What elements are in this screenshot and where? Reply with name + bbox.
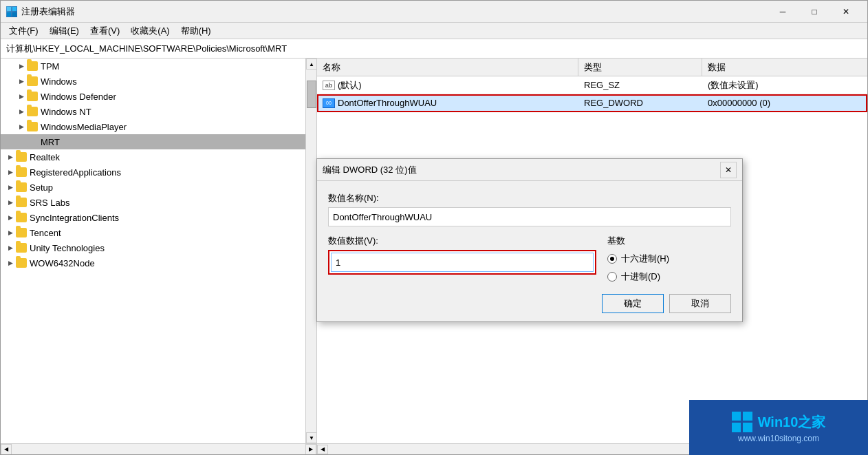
arrow-icon: ▶ bbox=[6, 153, 14, 161]
radio-decimal-label: 十进制(D) bbox=[621, 271, 660, 283]
arrow-icon: ▶ bbox=[6, 244, 14, 252]
dialog-title-bar: 编辑 DWORD (32 位)值 ✕ bbox=[317, 159, 742, 181]
reg-dword-icon: 00 bbox=[323, 98, 335, 108]
folder-icon bbox=[16, 228, 27, 237]
radio-hex[interactable]: 十六进制(H) bbox=[607, 253, 731, 265]
tree-item-sync[interactable]: ▶ SyncIntegrationClients bbox=[1, 210, 305, 225]
menu-edit[interactable]: 编辑(E) bbox=[44, 23, 85, 39]
folder-icon bbox=[27, 76, 38, 86]
tree-item-windows[interactable]: ▶ Windows bbox=[1, 74, 305, 89]
arrow-icon: ▶ bbox=[6, 183, 14, 191]
tree-label: Setup bbox=[30, 182, 53, 193]
cell-name: ab (默认) bbox=[317, 79, 578, 92]
arrow-icon: ▶ bbox=[6, 168, 14, 176]
cell-data: (数值未设置) bbox=[702, 79, 867, 92]
tree-label: Realtek bbox=[30, 152, 60, 162]
menu-view[interactable]: 查看(V) bbox=[85, 23, 125, 39]
folder-icon bbox=[16, 198, 27, 207]
hscroll-left-btn[interactable]: ◀ bbox=[317, 445, 328, 454]
cancel-button[interactable]: 取消 bbox=[669, 294, 731, 313]
arrow-icon: ▶ bbox=[17, 123, 25, 131]
dialog-title-text: 编辑 DWORD (32 位)值 bbox=[323, 164, 720, 176]
folder-icon bbox=[27, 61, 38, 71]
tree-label: Unity Technologies bbox=[30, 243, 105, 253]
watermark-url: www.win10sitong.com bbox=[738, 434, 819, 443]
cell-type: REG_SZ bbox=[578, 80, 702, 90]
cell-data: 0x00000000 (0) bbox=[702, 98, 867, 108]
table-row[interactable]: ab (默认) REG_SZ (数值未设置) bbox=[317, 76, 867, 94]
value-base-row: 数值数据(V): 基数 十六进制(H) bbox=[328, 235, 731, 283]
arrow-icon: ▶ bbox=[17, 92, 25, 100]
folder-icon bbox=[16, 258, 27, 268]
tree-item-tpm[interactable]: ▶ TPM bbox=[1, 59, 305, 74]
tree-label: WOW6432Node bbox=[30, 258, 95, 268]
tree-label: MRT bbox=[41, 137, 60, 147]
arrow-icon: ▶ bbox=[6, 229, 14, 237]
name-field-label: 数值名称(N): bbox=[328, 192, 731, 204]
svg-rect-1 bbox=[12, 7, 17, 11]
tree-item-regapps[interactable]: ▶ RegisteredApplications bbox=[1, 165, 305, 180]
scroll-thumb[interactable] bbox=[307, 81, 316, 108]
folder-icon bbox=[27, 107, 38, 116]
dialog-buttons: 确定 取消 bbox=[328, 294, 731, 313]
menu-file[interactable]: 文件(F) bbox=[3, 23, 44, 39]
address-bar: 计算机\HKEY_LOCAL_MACHINE\SOFTWARE\Policies… bbox=[1, 39, 867, 59]
window-controls: ─ □ ✕ bbox=[767, 1, 862, 23]
tree-hscroll[interactable]: ◀ ▶ bbox=[1, 443, 316, 454]
arrow-icon: ▶ bbox=[6, 213, 14, 222]
tree-item-srslabs[interactable]: ▶ SRS Labs bbox=[1, 195, 305, 210]
value-input-wrapper bbox=[328, 250, 596, 275]
tree-label: Windows NT bbox=[41, 107, 91, 117]
radio-hex-label: 十六进制(H) bbox=[621, 253, 669, 265]
minimize-button[interactable]: ─ bbox=[767, 1, 799, 23]
table-row-dword[interactable]: 00 DontOfferThroughWUAU REG_DWORD 0x0000… bbox=[317, 94, 867, 112]
tree-label: TPM bbox=[41, 61, 59, 72]
value-field-label: 数值数据(V): bbox=[328, 235, 596, 247]
header-name: 名称 bbox=[317, 59, 578, 76]
menu-bar: 文件(F) 编辑(E) 查看(V) 收藏夹(A) 帮助(H) bbox=[1, 23, 867, 39]
svg-rect-3 bbox=[12, 12, 17, 17]
folder-icon bbox=[27, 137, 38, 147]
tree-item-setup[interactable]: ▶ Setup bbox=[1, 180, 305, 195]
maximize-button[interactable]: □ bbox=[799, 1, 830, 23]
scroll-down-btn[interactable]: ▼ bbox=[306, 432, 316, 443]
tree-item-tencent[interactable]: ▶ Tencent bbox=[1, 225, 305, 240]
name-input[interactable] bbox=[328, 207, 731, 226]
tree-item-wmp[interactable]: ▶ WindowsMediaPlayer bbox=[1, 119, 305, 134]
edit-dialog: 编辑 DWORD (32 位)值 ✕ 数值名称(N): 数值数据(V): 基数 bbox=[316, 158, 743, 322]
dialog-close-button[interactable]: ✕ bbox=[720, 162, 737, 178]
tree-item-unity[interactable]: ▶ Unity Technologies bbox=[1, 240, 305, 255]
tree-scrollbar[interactable]: ▲ ▼ bbox=[305, 59, 316, 443]
svg-rect-2 bbox=[7, 12, 11, 17]
svg-rect-0 bbox=[7, 7, 11, 11]
tree-item-mrt[interactable]: ▶ MRT bbox=[1, 134, 305, 149]
title-bar: 注册表编辑器 ─ □ ✕ bbox=[1, 1, 867, 23]
value-section: 数值数据(V): bbox=[328, 235, 596, 283]
header-type: 类型 bbox=[578, 59, 702, 76]
hscroll-left-btn[interactable]: ◀ bbox=[1, 444, 12, 455]
header-data: 数据 bbox=[702, 59, 867, 76]
tree-item-realtek[interactable]: ▶ Realtek bbox=[1, 149, 305, 165]
dialog-body: 数值名称(N): 数值数据(V): 基数 十六 bbox=[317, 181, 742, 321]
tree-scroll: ▶ TPM ▶ Windows ▶ Windows Defende bbox=[1, 59, 316, 443]
svg-rect-4 bbox=[732, 412, 741, 421]
scroll-up-btn[interactable]: ▲ bbox=[306, 59, 316, 70]
arrow-icon: ▶ bbox=[6, 259, 14, 267]
value-input[interactable] bbox=[331, 253, 594, 272]
menu-favorites[interactable]: 收藏夹(A) bbox=[125, 23, 175, 39]
watermark: Win10之家 www.win10sitong.com bbox=[689, 400, 868, 455]
tree-item-windefender[interactable]: ▶ Windows Defender bbox=[1, 89, 305, 104]
radio-decimal[interactable]: 十进制(D) bbox=[607, 271, 731, 283]
hscroll-right-btn[interactable]: ▶ bbox=[305, 444, 316, 455]
arrow-icon: ▶ bbox=[17, 107, 25, 116]
tree-item-wow[interactable]: ▶ WOW6432Node bbox=[1, 255, 305, 271]
ok-button[interactable]: 确定 bbox=[602, 294, 664, 313]
window-title: 注册表编辑器 bbox=[21, 6, 767, 18]
cell-name: 00 DontOfferThroughWUAU bbox=[317, 98, 578, 108]
menu-help[interactable]: 帮助(H) bbox=[175, 23, 217, 39]
tree-item-winnt[interactable]: ▶ Windows NT bbox=[1, 104, 305, 119]
arrow-icon: ▶ bbox=[17, 77, 25, 85]
close-button[interactable]: ✕ bbox=[830, 1, 862, 23]
folder-icon bbox=[16, 152, 27, 162]
reg-ab-icon: ab bbox=[323, 81, 335, 90]
